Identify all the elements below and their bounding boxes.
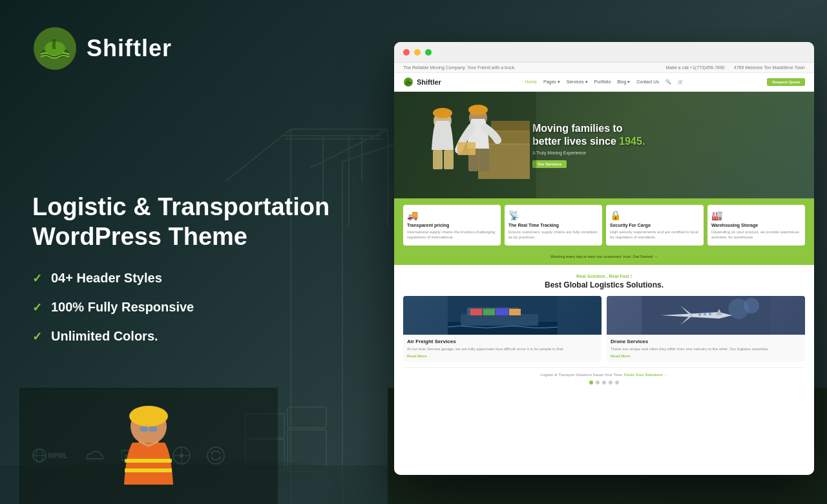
ship-logo-icon [32, 26, 78, 71]
svg-rect-57 [470, 309, 482, 315]
carousel-dots[interactable] [403, 377, 805, 388]
nav-home[interactable]: Home [525, 79, 537, 85]
service-icon-1: 🚚 [407, 210, 497, 220]
logistics-card-desc-1: At our Auto Service garage, we are fully… [407, 346, 598, 352]
nav-blog[interactable]: Blog ▾ [617, 79, 630, 85]
logistics-read-more-1[interactable]: Read More [407, 354, 598, 358]
services-footer: Working every day to earn our customers'… [394, 252, 814, 265]
dot-1[interactable] [589, 381, 593, 384]
hero-headline: Moving families to better lives since 19… [532, 122, 645, 148]
service-card-3: 🔒 Security For Cargo High security requi… [606, 205, 704, 246]
logistics-card-img-2 [607, 296, 805, 335]
service-card-desc-4: Depending on your product, we provide wa… [711, 229, 801, 240]
logistics-footer-link[interactable]: Finds Your Solutions → [624, 373, 667, 377]
feature-item-1: ✓ 04+ Header Styles [32, 271, 355, 286]
svg-point-63 [728, 299, 749, 319]
svg-rect-43 [491, 121, 530, 132]
logistics-footer: Logistic & Transport Solutions Saves You… [403, 367, 805, 377]
logistics-card-title-2: Drone Services [611, 339, 801, 344]
feature-item-3: ✓ Unlimited Colors. [32, 329, 355, 344]
browser-chrome [394, 42, 814, 63]
hero-line-1: Moving families to [532, 123, 623, 134]
service-icon-4: 🏭 [711, 210, 801, 220]
logistics-footer-text: Logistic & Transport Solutions Saves You… [541, 373, 623, 377]
svg-point-69 [129, 406, 168, 426]
service-icon-3: 🔒 [610, 210, 700, 220]
logistics-title: Best Global Logistics Solutions. [403, 280, 805, 289]
nav-pages[interactable]: Pages ▾ [543, 79, 560, 85]
nav-contact[interactable]: Contact Us [636, 79, 659, 85]
logistics-cards: Air Freight Services At our Auto Service… [403, 296, 805, 362]
hero-cta-button[interactable]: Our Services [532, 160, 567, 168]
check-icon-2: ✓ [32, 300, 42, 315]
svg-rect-60 [509, 309, 521, 315]
svg-rect-71 [125, 468, 172, 472]
dot-4[interactable] [609, 381, 612, 384]
hero-subtext: A Truly Moving Experience [532, 151, 645, 155]
service-card-title-3: Security For Cargo [610, 223, 700, 227]
logo-area: Shiftler [32, 26, 355, 71]
feature-label-2: 100% Fully Responsive [51, 300, 194, 315]
svg-rect-52 [457, 142, 476, 155]
svg-rect-73 [149, 426, 157, 432]
service-card-desc-1: International supply chains the involves… [407, 229, 497, 240]
service-card-4: 🏭 Warehousing Storage Depending on your … [707, 205, 805, 246]
svg-rect-22 [52, 40, 56, 49]
svg-rect-39 [408, 79, 409, 83]
svg-point-65 [704, 313, 706, 315]
nav-cta-button[interactable]: Request Quote [767, 78, 805, 86]
site-logo-name: Shiftler [417, 78, 441, 86]
svg-rect-45 [433, 150, 443, 169]
feature-label-3: Unlimited Colors. [51, 329, 158, 344]
svg-point-47 [433, 108, 452, 118]
nav-portfolio[interactable]: Portfolio [594, 79, 611, 85]
service-card-desc-3: High security requirements and are certi… [610, 229, 700, 240]
browser-content: The Reliable Moving Company. Your Friend… [394, 63, 814, 475]
nav-services[interactable]: Services ▾ [567, 79, 588, 85]
logo-text: Shiftler [87, 35, 172, 62]
bottom-worker-svg [19, 388, 278, 504]
tagline-area: Logistic & Transportation WordPress Them… [32, 193, 355, 344]
logistics-card-body-2: Drone Services These are unique and ofte… [607, 335, 805, 362]
site-nav-links[interactable]: Home Pages ▾ Services ▾ Portfolio Blog ▾… [525, 79, 684, 85]
hero-year: 1945. [619, 136, 645, 147]
logistics-card-2: Drone Services These are unique and ofte… [607, 296, 805, 362]
svg-point-64 [698, 313, 701, 316]
tagline-main: Logistic & Transportation WordPress Them… [32, 193, 355, 251]
logistics-card-body-1: Air Freight Services At our Auto Service… [403, 335, 602, 362]
logistics-card-img-1 [403, 296, 602, 335]
service-card-title-4: Warehousing Storage [711, 223, 801, 227]
nav-cart-icon[interactable]: 🛒 [678, 79, 684, 85]
site-hero: Moving families to better lives since 19… [394, 92, 814, 198]
browser-dot-green [425, 49, 432, 56]
browser-dot-yellow [414, 49, 421, 56]
dot-3[interactable] [602, 381, 606, 384]
hero-line-2: better lives since [532, 136, 616, 147]
logistics-card-title-1: Air Freight Services [407, 339, 598, 344]
logistics-read-more-2[interactable]: Read More [611, 354, 801, 358]
logistics-subtitle: Real Solution , Real Fast ! [403, 274, 805, 278]
dot-5[interactable] [615, 381, 619, 384]
svg-point-23 [52, 39, 56, 41]
service-card-desc-2: Ensure customers' supply chains are full… [508, 229, 598, 240]
svg-rect-70 [125, 459, 172, 463]
logistics-card-desc-2: These are unique and often they differ f… [611, 346, 801, 352]
logistics-section: Real Solution , Real Fast ! Best Global … [394, 265, 814, 397]
nav-search-icon[interactable]: 🔍 [665, 79, 671, 85]
browser-window: The Reliable Moving Company. Your Friend… [394, 42, 814, 475]
site-address: 4789 Melmore Ton Masktitroe Town [734, 65, 805, 70]
hero-workers-svg [394, 92, 536, 198]
site-nav: Shiftler Home Pages ▾ Services ▾ Portfol… [394, 73, 814, 92]
svg-rect-50 [479, 149, 489, 171]
svg-rect-46 [444, 150, 454, 169]
service-card-title-2: The Real Time Tracking [508, 223, 598, 227]
check-icon-1: ✓ [32, 271, 42, 286]
dot-2[interactable] [596, 381, 600, 384]
services-strip: 🚚 Transparent pricing International supp… [394, 198, 814, 252]
svg-rect-55 [461, 314, 538, 326]
site-header-top: The Reliable Moving Company. Your Friend… [394, 63, 814, 73]
svg-rect-72 [140, 426, 148, 432]
service-icon-2: 📡 [508, 210, 598, 220]
check-icon-3: ✓ [32, 330, 42, 344]
hero-text: Moving families to better lives since 19… [532, 122, 645, 168]
